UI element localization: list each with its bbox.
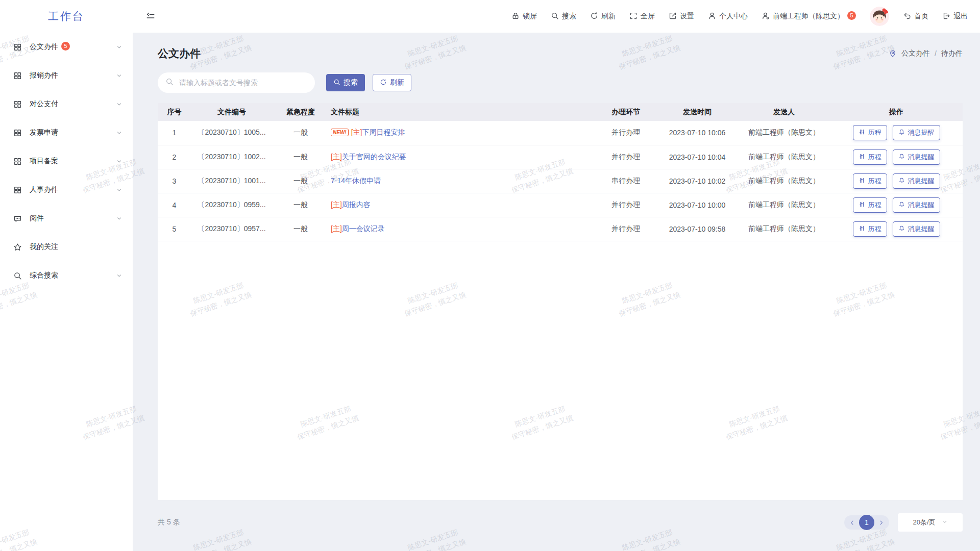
home-button[interactable]: 首页	[903, 12, 928, 21]
cell-urgency: 一般	[273, 169, 329, 193]
grid-icon	[13, 100, 22, 109]
logout-button[interactable]: 退出	[942, 12, 968, 21]
cell-sender: 前端工程师（陈思文）	[738, 217, 830, 241]
cell-sent-time: 2023-07-10 10:04	[656, 145, 738, 169]
chevron-down-icon	[942, 519, 948, 527]
cell-sender: 前端工程师（陈思文）	[738, 169, 830, 193]
topbar-actions: 锁屏搜索刷新全屏设置个人中心前端工程师（陈思文）5首页退出	[511, 7, 968, 26]
pagination: 1	[844, 515, 889, 530]
cell-sender: 前端工程师（陈思文）	[738, 145, 830, 169]
sidebar-item-sousuo[interactable]: 综合搜索	[0, 261, 133, 290]
topbar-action-label: 设置	[680, 12, 694, 21]
chevron-down-icon	[116, 158, 122, 165]
column-header: 紧急程度	[273, 103, 329, 121]
remind-label: 消息提醒	[908, 128, 935, 137]
prev-page-icon[interactable]	[849, 519, 855, 526]
cell-doc-no: 〔20230710〕1002...	[191, 145, 273, 169]
cell-index: 5	[158, 217, 191, 241]
current-user[interactable]: 前端工程师（陈思文）5	[762, 12, 856, 21]
history-label: 历程	[868, 224, 881, 234]
remind-label: 消息提醒	[908, 201, 935, 210]
column-header: 序号	[158, 103, 191, 121]
sidebar-item-gongwen[interactable]: 公文办件5	[0, 33, 133, 61]
cell-step: 并行办理	[595, 145, 656, 169]
history-label: 历程	[868, 201, 881, 210]
topbar-action-label: 锁屏	[523, 12, 537, 21]
cell-step: 并行办理	[595, 121, 656, 145]
cell-title: [主]周一会议记录	[329, 217, 595, 241]
breadcrumb-root[interactable]: 公文办件	[901, 49, 930, 58]
sidebar-item-xiangmu[interactable]: 项目备案	[0, 147, 133, 176]
title-prefix: [主]	[351, 128, 362, 136]
page-number-button[interactable]: 1	[859, 515, 874, 530]
document-title-link[interactable]: 下周日程安排	[362, 128, 405, 136]
cell-sender: 前端工程师（陈思文）	[738, 121, 830, 145]
column-header: 办理环节	[595, 103, 656, 121]
history-button[interactable]: 历程	[853, 173, 887, 189]
document-title-link[interactable]: 周一会议记录	[342, 224, 385, 233]
cell-index: 3	[158, 169, 191, 193]
sidebar-item-label: 阅件	[30, 214, 44, 223]
cell-title: [主]关于官网的会议纪要	[329, 145, 595, 169]
search-input[interactable]	[178, 78, 307, 87]
message-remind-button[interactable]: 消息提醒	[893, 125, 940, 140]
sidebar-item-baoxiao[interactable]: 报销办件	[0, 61, 133, 90]
refresh-icon	[380, 79, 387, 87]
document-title-link[interactable]: 关于官网的会议纪要	[342, 153, 406, 161]
message-remind-button[interactable]: 消息提醒	[893, 197, 940, 213]
sidebar-item-duigong[interactable]: 对公支付	[0, 90, 133, 118]
cell-actions: 历程消息提醒	[830, 145, 963, 169]
bell-icon	[898, 153, 905, 161]
history-button[interactable]: 历程	[853, 125, 887, 140]
cell-doc-no: 〔20230710〕1001...	[191, 169, 273, 193]
cell-actions: 历程消息提醒	[830, 169, 963, 193]
bell-icon	[898, 177, 905, 185]
table-footer: 共 5 条 1 20条/页	[158, 513, 963, 532]
message-remind-button[interactable]: 消息提醒	[893, 149, 940, 165]
topbar-action-搜索[interactable]: 搜索	[551, 12, 576, 21]
page-size-select[interactable]: 20条/页	[898, 513, 963, 532]
refresh-button[interactable]: 刷新	[373, 74, 411, 91]
history-button[interactable]: 历程	[853, 221, 887, 237]
sidebar-item-renshi[interactable]: 人事办件	[0, 176, 133, 204]
topbar-action-全屏[interactable]: 全屏	[629, 12, 655, 21]
document-title-link[interactable]: 周报内容	[342, 201, 371, 209]
cell-actions: 历程消息提醒	[830, 121, 963, 145]
document-table-card: 序号文件编号紧急程度文件标题办理环节发送时间发送人操作 1〔20230710〕1…	[158, 103, 963, 500]
history-label: 历程	[868, 128, 881, 137]
sidebar-item-yuejian[interactable]: 阅件	[0, 204, 133, 233]
sliders-icon	[859, 225, 865, 233]
message-remind-button[interactable]: 消息提醒	[893, 173, 940, 189]
message-remind-button[interactable]: 消息提醒	[893, 221, 940, 237]
table-row: 5〔20230710〕0957...一般[主]周一会议记录并行办理2023-07…	[158, 217, 963, 241]
search-icon	[13, 271, 22, 280]
menu-fold-icon[interactable]	[146, 12, 155, 21]
sidebar-item-fapiao[interactable]: 发票申请	[0, 118, 133, 147]
history-button[interactable]: 历程	[853, 197, 887, 213]
topbar-action-设置[interactable]: 设置	[669, 12, 694, 21]
column-header: 操作	[830, 103, 963, 121]
search-row: 搜索 刷新	[158, 72, 963, 93]
topbar-action-刷新[interactable]: 刷新	[590, 12, 616, 21]
comment-icon	[13, 214, 22, 223]
sidebar-item-label: 公文办件	[30, 42, 58, 52]
topbar-action-锁屏[interactable]: 锁屏	[511, 12, 537, 21]
next-page-icon[interactable]	[878, 519, 885, 526]
sidebar-item-guanzhu[interactable]: 我的关注	[0, 233, 133, 261]
history-button[interactable]: 历程	[853, 149, 887, 165]
grid-icon	[13, 71, 22, 80]
avatar[interactable]	[870, 7, 889, 26]
cell-sent-time: 2023-07-10 09:58	[656, 217, 738, 241]
topbar-action-个人中心[interactable]: 个人中心	[708, 12, 748, 21]
column-header: 文件编号	[191, 103, 273, 121]
table-row: 4〔20230710〕0959...一般[主]周报内容并行办理2023-07-1…	[158, 193, 963, 217]
document-title-link[interactable]: 7-14年休假申请	[331, 177, 381, 185]
search-button[interactable]: 搜索	[326, 74, 365, 91]
grid-icon	[13, 129, 22, 137]
location-pin-icon	[889, 49, 897, 58]
app-logo: 工作台	[0, 0, 133, 33]
bell-icon	[898, 201, 905, 209]
cell-sent-time: 2023-07-10 10:00	[656, 193, 738, 217]
cell-title: NEW![主]下周日程安排	[329, 121, 595, 145]
chevron-down-icon	[116, 72, 122, 79]
